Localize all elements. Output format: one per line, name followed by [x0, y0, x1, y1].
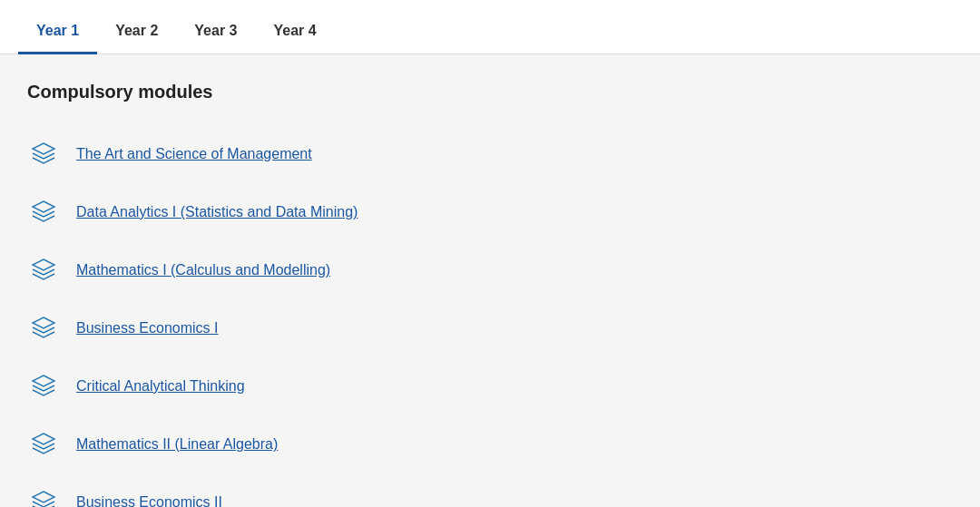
tab-year1[interactable]: Year 1 — [18, 8, 97, 54]
list-item: Mathematics I (Calculus and Modelling) — [27, 241, 953, 299]
list-item: Business Economics II — [27, 473, 953, 507]
module-link[interactable]: Mathematics I (Calculus and Modelling) — [76, 262, 330, 278]
tabs-bar: Year 1 Year 2 Year 3 Year 4 — [0, 0, 980, 54]
module-link[interactable]: Mathematics II (Linear Algebra) — [76, 436, 278, 453]
stack-icon — [27, 196, 60, 229]
module-link[interactable]: Critical Analytical Thinking — [76, 378, 245, 395]
module-link[interactable]: Data Analytics I (Statistics and Data Mi… — [76, 204, 358, 220]
module-link[interactable]: Business Economics I — [76, 320, 219, 336]
page-container: Year 1 Year 2 Year 3 Year 4 Compulsory m… — [0, 0, 980, 507]
stack-icon — [27, 138, 60, 171]
list-item: Mathematics II (Linear Algebra) — [27, 415, 953, 473]
list-item: Data Analytics I (Statistics and Data Mi… — [27, 183, 953, 241]
module-list: The Art and Science of Management Data A… — [27, 125, 953, 507]
stack-icon — [27, 254, 60, 287]
stack-icon — [27, 428, 60, 461]
module-link[interactable]: Business Economics II — [76, 494, 222, 507]
list-item: Critical Analytical Thinking — [27, 357, 953, 415]
tab-year4[interactable]: Year 4 — [255, 8, 334, 54]
stack-icon — [27, 312, 60, 345]
stack-icon — [27, 370, 60, 403]
tab-year3[interactable]: Year 3 — [176, 8, 255, 54]
tab-year2[interactable]: Year 2 — [97, 8, 176, 54]
list-item: Business Economics I — [27, 299, 953, 357]
module-link[interactable]: The Art and Science of Management — [76, 146, 312, 162]
main-content: Compulsory modules The Art and Science o… — [0, 54, 980, 507]
list-item: The Art and Science of Management — [27, 125, 953, 183]
section-title: Compulsory modules — [27, 82, 953, 102]
stack-icon — [27, 486, 60, 507]
